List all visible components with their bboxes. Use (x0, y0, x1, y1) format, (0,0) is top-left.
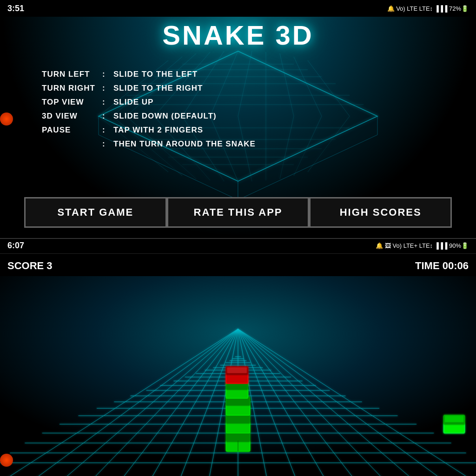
status-icons-bottom: 🔔 🖼 Vo) LTE+ LTE↕ ▐▐▐ 90%🔋 (376, 242, 469, 249)
svg-line-23 (308, 60, 350, 116)
rate-app-button[interactable]: RATE THIS APP (167, 197, 310, 228)
instruction-row-4: 3D VIEW : SLIDE DOWN (DEFAULT) (42, 112, 256, 121)
instr-val-5: TAP WITH 2 FINGERS (113, 126, 203, 135)
game-screen: 6:07 🔔 🖼 Vo) LTE+ LTE↕ ▐▐▐ 90%🔋 SCORE 3 … (0, 238, 476, 476)
svg-marker-36 (238, 116, 377, 200)
instruction-row-1: TURN LEFT : SLIDE TO THE LEFT (42, 70, 256, 79)
instr-key-2: TURN RIGHT (42, 84, 102, 93)
status-icons-top: 🔔 Vo) LTE LTE↕ ▐▐▐ 72%🔋 (387, 5, 469, 12)
svg-line-22 (294, 57, 322, 116)
start-game-button[interactable]: START GAME (24, 197, 167, 228)
instr-val-1: SLIDE TO THE LEFT (113, 70, 198, 79)
high-scores-button[interactable]: HIGH SCORES (309, 197, 452, 228)
instr-colon-6: : (102, 139, 110, 149)
menu-screen: 3:51 🔔 Vo) LTE LTE↕ ▐▐▐ 72%🔋 (0, 0, 476, 238)
instr-colon-1: : (102, 70, 110, 79)
game-title: SNAKE 3D (0, 20, 476, 51)
game-hud: SCORE 3 TIME 00:06 (0, 256, 476, 276)
instr-key-5: PAUSE (42, 126, 102, 135)
instr-key-4: 3D VIEW (42, 112, 102, 121)
instr-colon-5: : (102, 126, 110, 135)
instr-val-2: SLIDE TO THE RIGHT (113, 84, 203, 93)
instr-key-1: TURN LEFT (42, 70, 102, 79)
instr-val-3: SLIDE UP (113, 98, 153, 107)
instructions-panel: TURN LEFT : SLIDE TO THE LEFT TURN RIGHT… (42, 70, 256, 153)
buttons-row: START GAME RATE THIS APP HIGH SCORES (24, 197, 452, 228)
instr-colon-3: : (102, 98, 110, 107)
red-indicator-top (0, 112, 13, 126)
instruction-row-3: TOP VIEW : SLIDE UP (42, 98, 256, 107)
game-area[interactable] (0, 276, 476, 476)
svg-rect-80 (226, 415, 250, 423)
svg-rect-90 (445, 416, 464, 422)
instr-colon-4: : (102, 112, 110, 121)
status-bar-top: 3:51 🔔 Vo) LTE LTE↕ ▐▐▐ 72%🔋 (0, 0, 476, 17)
instruction-row-5: PAUSE : TAP WITH 2 FINGERS (42, 126, 256, 135)
instr-colon-2: : (102, 84, 110, 93)
red-indicator-bottom (0, 454, 13, 467)
instr-key-3: TOP VIEW (42, 98, 102, 107)
game-grid-svg (0, 276, 476, 476)
status-time-bottom: 6:07 (7, 241, 24, 251)
svg-line-21 (280, 53, 294, 116)
instruction-row-6: : THEN TURN AROUND THE SNAKE (42, 139, 256, 149)
instr-val-6: THEN TURN AROUND THE SNAKE (113, 139, 256, 149)
status-bar-bottom: 6:07 🔔 🖼 Vo) LTE+ LTE↕ ▐▐▐ 90%🔋 (0, 238, 476, 254)
instr-val-4: SLIDE DOWN (DEFAULT) (113, 112, 217, 121)
status-time: 3:51 (7, 4, 24, 13)
svg-rect-87 (227, 367, 247, 373)
screen-divider (0, 238, 476, 239)
instruction-row-2: TURN RIGHT : SLIDE TO THE RIGHT (42, 84, 256, 93)
score-display: SCORE 3 (7, 260, 53, 272)
time-display: TIME 00:06 (415, 260, 469, 272)
